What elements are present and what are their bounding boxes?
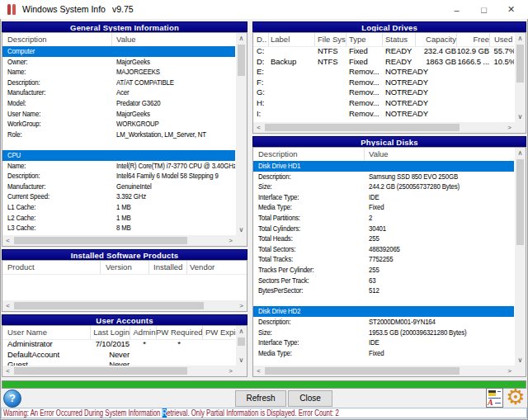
table-row[interactable]: Total Sectors: 488392065 (253, 244, 514, 255)
table-row[interactable]: Total Tracks: 7752255 (253, 254, 514, 265)
scrollbar-thumb[interactable] (516, 159, 524, 245)
table-row[interactable]: WorkGroup: WORKGROUP (2, 119, 235, 130)
scroll-left-icon[interactable]: < (2, 235, 13, 246)
scrollbar-thumb[interactable] (265, 367, 460, 375)
table-row[interactable] (2, 139, 235, 150)
column-header-file-sys[interactable]: File Sys (318, 33, 346, 46)
scroll-right-icon[interactable]: > (225, 235, 236, 246)
scroll-down-icon[interactable]: ∨ (515, 355, 526, 366)
horizontal-scrollbar[interactable]: < > (2, 366, 236, 376)
maximize-button[interactable]: □ (470, 0, 497, 19)
table-row[interactable]: Description: Samsung SSD 850 EVO 250GB (253, 172, 514, 182)
table-row[interactable]: Description: AT/AT COMPATIBLE (2, 78, 235, 88)
table-row[interactable]: Computer (2, 46, 235, 57)
table-row[interactable]: Manufacturer: Acer (2, 87, 235, 98)
horizontal-scrollbar[interactable]: < > (253, 366, 515, 376)
column-header-installed[interactable]: Installed (153, 261, 187, 274)
scrollbar-thumb[interactable] (516, 45, 524, 83)
column-header-version[interactable]: Version (106, 261, 149, 274)
horizontal-scrollbar[interactable]: < > (2, 300, 247, 311)
minimize-button[interactable]: – (443, 0, 470, 19)
table-row[interactable]: H: Remov... NOTREADY (253, 98, 514, 109)
table-row[interactable]: BytesPerSector: 512 (253, 286, 514, 296)
scrollbar-thumb[interactable] (14, 302, 204, 309)
table-row[interactable]: User Name: MajorGeeks (2, 109, 235, 120)
table-row[interactable]: I: Remov... NOTREADY (253, 109, 514, 120)
table-row[interactable]: C: NTFS Fixed READY 232.4 GB 102.9 GB 55… (253, 46, 514, 57)
table-row[interactable]: Role: LM_Workstation, LM_Server, NT (2, 130, 235, 140)
scroll-up-icon[interactable]: ∧ (515, 33, 526, 44)
column-header-status[interactable]: Status (385, 33, 416, 46)
table-row[interactable]: G: Remov... NOTREADY (253, 87, 514, 98)
table-row[interactable]: Sectors Per Track: 63 (253, 276, 514, 286)
column-header-description[interactable]: Description (258, 148, 365, 161)
scrollbar-thumb[interactable] (238, 337, 245, 346)
table-row[interactable]: Media Type: Fixed (253, 202, 514, 213)
table-row[interactable]: Disk Drive HD1 (253, 161, 514, 172)
table-row[interactable]: Name: Intel(R) Core(TM) i7-3770 CPU @ 3.… (2, 161, 235, 172)
column-header-type[interactable]: Type (349, 33, 383, 46)
close-button[interactable]: Close (288, 390, 332, 407)
scrollbar-thumb[interactable] (238, 45, 245, 76)
scrollbar-thumb[interactable] (14, 367, 187, 375)
table-row[interactable]: Size: 244.2 GB (250056737280 Bytes) (253, 182, 514, 192)
scroll-right-icon[interactable]: > (504, 122, 515, 133)
scroll-right-icon[interactable]: > (504, 366, 515, 376)
gear-icon[interactable]: ⚙ (504, 385, 527, 408)
scroll-left-icon[interactable]: < (2, 300, 13, 311)
column-header-value[interactable]: Value (116, 33, 224, 46)
column-header-used[interactable]: Used (494, 33, 516, 46)
scroll-down-icon[interactable]: ∨ (236, 355, 247, 366)
scroll-left-icon[interactable]: < (2, 366, 13, 376)
scrollbar-thumb[interactable] (14, 237, 187, 244)
column-header-vendor[interactable]: Vendor (190, 261, 229, 274)
table-row[interactable]: Description: Intel64 Family 6 Model 58 S… (2, 171, 235, 182)
table-row[interactable] (253, 296, 514, 307)
table-row[interactable]: Total Heads: 255 (253, 234, 514, 244)
table-row[interactable]: L2 Cache: 1 MB (2, 213, 235, 224)
help-icon[interactable]: ? (3, 389, 21, 408)
table-row[interactable]: Total Partitions: 2 (253, 213, 514, 224)
table-row[interactable]: L1 Cache: 1 MB (2, 202, 235, 213)
refresh-button[interactable]: Refresh (235, 390, 286, 407)
table-row[interactable]: Current Speed: 3.392 GHz (2, 191, 235, 202)
column-header-pw-required[interactable]: PW Required (156, 326, 203, 339)
column-header-last-login[interactable]: Last Login (92, 326, 130, 339)
scroll-left-icon[interactable]: < (253, 122, 264, 133)
scroll-left-icon[interactable]: < (253, 366, 264, 376)
table-row[interactable]: Disk Drive HD2 (253, 306, 514, 317)
column-header-label[interactable]: Label (271, 33, 315, 46)
table-row[interactable]: DefaultAccount Never (2, 350, 235, 361)
vertical-scrollbar[interactable]: ∧ ∨ (236, 33, 247, 235)
table-row[interactable]: Guest Never (2, 360, 235, 366)
scroll-down-icon[interactable]: ∨ (236, 224, 247, 235)
close-window-button[interactable]: ✕ (497, 0, 525, 19)
scroll-up-icon[interactable]: ∧ (236, 326, 247, 337)
scroll-right-icon[interactable]: > (236, 300, 247, 311)
scroll-up-icon[interactable]: ∧ (515, 148, 526, 158)
table-row[interactable]: E: Remov... NOTREADY (253, 67, 514, 78)
scrollbar-thumb[interactable] (265, 124, 460, 131)
table-row[interactable]: Manufacturer: GenuineIntel (2, 182, 235, 192)
vertical-scrollbar[interactable]: ∧ ∨ (515, 148, 526, 366)
table-row[interactable]: Owner: MajorGeeks (2, 57, 235, 68)
table-row[interactable]: Interface Type: IDE (253, 192, 514, 203)
table-row[interactable]: Total Cylinders: 30401 (253, 224, 514, 234)
column-header-product[interactable]: Product (7, 261, 101, 274)
table-row[interactable]: F: Remov... NOTREADY (253, 78, 514, 88)
column-header-admin[interactable]: Admin (133, 326, 157, 339)
column-header-description[interactable]: Description (7, 33, 112, 46)
table-row[interactable]: D: Backup NTFS Fixed READY 1863 GB 1666.… (253, 57, 514, 68)
report-document-icon[interactable]: A (486, 388, 503, 408)
table-row[interactable]: CPU (2, 150, 235, 161)
column-header-free[interactable]: Free (451, 33, 490, 46)
table-row[interactable]: Administrator 7/10/2015 * * (2, 339, 235, 350)
table-row[interactable]: Name: MAJORGEEKS (2, 67, 235, 78)
scroll-down-icon[interactable]: ∨ (515, 111, 526, 122)
vertical-scrollbar[interactable]: ∧ ∨ (515, 33, 526, 122)
table-row[interactable]: Tracks Per Cylinder: 255 (253, 265, 514, 276)
horizontal-scrollbar[interactable]: < > (2, 235, 236, 246)
column-header-drive[interactable]: D.. (257, 33, 269, 46)
vertical-scrollbar[interactable]: ∧ ∨ (236, 326, 247, 366)
table-row[interactable]: Media Type: Fixed (253, 348, 514, 359)
